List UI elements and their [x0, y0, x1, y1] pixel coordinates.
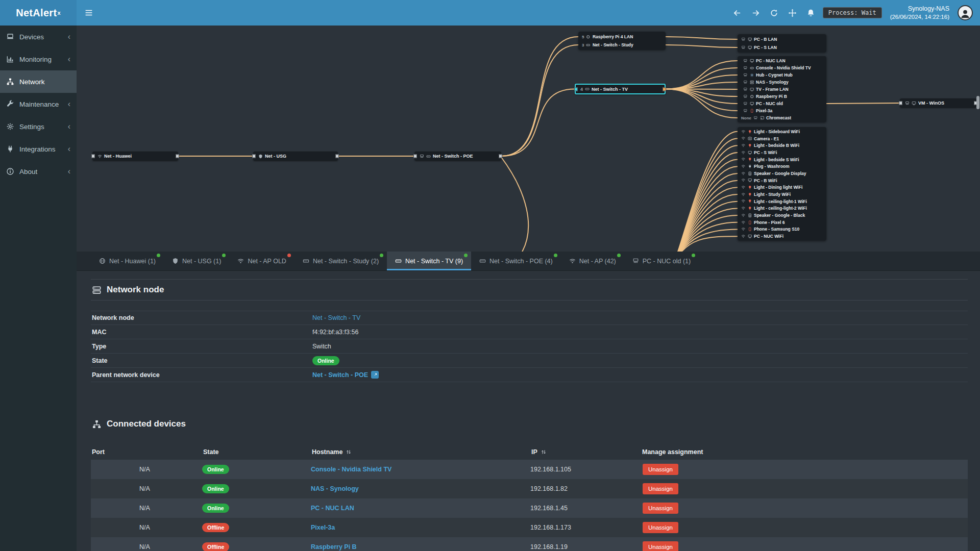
hostname-link[interactable]: PC - NUC LAN [311, 505, 354, 512]
topo-device-row[interactable]: Plug - Washroom [738, 163, 826, 170]
device-icon [748, 45, 752, 50]
chevron-left-icon: ‹ [68, 55, 70, 63]
sidebar-toggle-button[interactable] [77, 0, 101, 26]
hostname-link[interactable]: Pixel-3a [311, 524, 335, 531]
unassign-button[interactable]: Unassign [643, 464, 678, 475]
port-cell: N/A [91, 505, 202, 512]
topo-device-row[interactable]: None Chromecast [738, 114, 826, 121]
topo-device-row[interactable]: PC - NUC LAN [738, 57, 826, 64]
topo-device-row[interactable]: Light - Sideboard WiFi [738, 128, 826, 135]
user-icon [960, 8, 971, 19]
field-row: Parent network device Net - Switch - POE… [91, 368, 968, 382]
sidebar-item-monitoring[interactable]: Monitoring ‹ [0, 48, 77, 70]
topo-device-row[interactable]: PC - NUC WiFi [738, 233, 826, 240]
external-link-icon[interactable] [371, 371, 379, 379]
sidebar-item-about[interactable]: About ‹ [0, 160, 77, 183]
node-label: Net - Huawei [104, 154, 132, 159]
sort-icon[interactable] [346, 449, 352, 455]
unassign-button[interactable]: Unassign [643, 483, 678, 494]
sidebar-item-maintenance[interactable]: Maintenance ‹ [0, 93, 77, 115]
sidebar-item-devices[interactable]: Devices ‹ [0, 26, 77, 48]
topo-device-row[interactable]: NAS - Synology [738, 79, 826, 86]
topo-device-row[interactable]: Hub - Cygnet Hub [738, 71, 826, 79]
topo-node-net-huawei[interactable]: Net - Huawei [92, 152, 178, 161]
topo-device-row[interactable]: Console - Nvidia Shield TV [738, 64, 826, 71]
refresh-button[interactable] [769, 0, 780, 26]
server-info: Synology-NAS (26/06/2024, 14:22:16) [890, 5, 949, 20]
topo-device-row[interactable]: Phone - Samsung S10 [738, 226, 826, 233]
topo-node-vm-winos[interactable]: VM - WinOS [900, 98, 976, 108]
topo-device-row[interactable]: Raspberry Pi B [738, 93, 826, 100]
tab-net-switch-poe[interactable]: Net - Switch - POE (4) [471, 252, 561, 270]
parent-device-link[interactable]: Net - Switch - POE [312, 371, 379, 379]
topo-device-row[interactable]: Light - bedside B WiFi [738, 142, 826, 149]
field-row: Network node Net - Switch - TV Net - Swi… [91, 311, 968, 325]
process-status-badge[interactable]: Process: Wait [823, 7, 882, 18]
network-topology-map[interactable]: Net - Huawei Net - USG Net - Switch - PO… [77, 26, 980, 252]
tab-net-ap-old[interactable]: Net - AP OLD [229, 252, 295, 270]
back-button[interactable] [732, 0, 743, 26]
sort-icon[interactable] [541, 449, 547, 455]
topo-node-net-usg[interactable]: Net - USG [253, 152, 338, 161]
user-avatar[interactable] [958, 5, 973, 20]
forward-button[interactable] [750, 0, 762, 26]
port-cell: N/A [91, 466, 202, 473]
switch-icon [585, 87, 590, 91]
topo-device-row[interactable]: PC - S LAN [738, 43, 826, 52]
sidebar-item-label: Devices [19, 33, 44, 41]
scrollbar-thumb[interactable] [976, 96, 979, 109]
move-button[interactable] [787, 0, 798, 26]
sidebar-item-integrations[interactable]: Integrations ‹ [0, 138, 77, 160]
topo-device-row[interactable]: Phone - Pixel 6 [738, 219, 826, 226]
unassign-button[interactable]: Unassign [643, 522, 678, 533]
topo-node-net-switch-poe[interactable]: Net - Switch - POE [414, 152, 501, 161]
tab-net-ap[interactable]: Net - AP (42) [561, 252, 624, 270]
hostname-link[interactable]: Raspberry Pi B [311, 543, 357, 550]
topo-device-row[interactable]: Speaker - Google - Black [738, 212, 826, 219]
topo-device-row[interactable]: Light - ceiling-light-2 WiFi [738, 205, 826, 212]
field-label: Type [91, 343, 312, 350]
topo-device-row[interactable]: Speaker - Google Display [738, 170, 826, 177]
tab-icon [303, 258, 309, 264]
device-label: PC - NUC old [756, 101, 783, 106]
topo-device-row[interactable]: PC - S WiFi [738, 149, 826, 156]
device-icon [748, 234, 752, 239]
tab-net-huawei[interactable]: Net - Huawei (1) [91, 252, 164, 270]
app-logo[interactable]: NetAlertx [0, 0, 77, 26]
topo-device-row[interactable]: Camera - E1 [738, 135, 826, 142]
state-badge: Online [202, 465, 229, 474]
topo-device-row[interactable]: PC - B LAN [738, 35, 826, 43]
topo-device-row[interactable]: TV - Frame LAN [738, 86, 826, 93]
sidebar-item-network[interactable]: Network [0, 70, 77, 93]
device-icon [750, 66, 754, 70]
topo-device-row[interactable]: PC - NUC old [738, 100, 826, 107]
topo-device-row[interactable]: Light - Dining light WiFi [738, 184, 826, 191]
topo-device-row[interactable]: Light - ceiling-light-1 WiFi [738, 198, 826, 205]
notifications-button[interactable] [805, 0, 817, 26]
hostname-link[interactable]: Console - Nvidia Shield TV [311, 466, 391, 473]
topo-device-row[interactable]: Pixel-3a [738, 107, 826, 114]
wifi-icon [741, 199, 746, 204]
tab-label: Net - Switch - Study (2) [313, 258, 379, 265]
chevron-left-icon: ‹ [68, 167, 70, 176]
tab-net-usg[interactable]: Net - USG (1) [164, 252, 229, 270]
hostname-link[interactable]: NAS - Synology [311, 485, 359, 492]
topo-device-row[interactable]: Light - Study WiFi [738, 191, 826, 198]
field-value: Online Online Online Online [312, 356, 968, 365]
topo-device-row[interactable]: 3 Net - Switch - Study [578, 41, 666, 49]
unassign-button[interactable]: Unassign [643, 503, 678, 514]
topo-device-row[interactable]: Light - bedside S WiFi [738, 156, 826, 163]
unassign-button[interactable]: Unassign [643, 541, 678, 551]
node-link[interactable]: Net - Switch - TV [312, 314, 360, 321]
device-icon [748, 130, 752, 134]
topo-group-tv-devices: PC - NUC LAN Console - Nvidia Shield TV … [738, 56, 826, 122]
topo-device-row[interactable]: 5 Raspberry Pi 4 LAN [578, 33, 666, 41]
device-label: Speaker - Google - Black [754, 213, 805, 218]
tab-net-switch-tv[interactable]: Net - Switch - TV (9) [387, 252, 471, 270]
topo-node-net-switch-tv[interactable]: 4 Net - Switch - TV [575, 84, 666, 94]
tab-net-switch-study[interactable]: Net - Switch - Study (2) [295, 252, 387, 270]
tab-pc-nuc-old[interactable]: PC - NUC old (1) [624, 252, 699, 270]
wifi-icon [741, 192, 746, 197]
sidebar-item-settings[interactable]: Settings ‹ [0, 115, 77, 138]
topo-device-row[interactable]: PC - B WiFi [738, 177, 826, 184]
